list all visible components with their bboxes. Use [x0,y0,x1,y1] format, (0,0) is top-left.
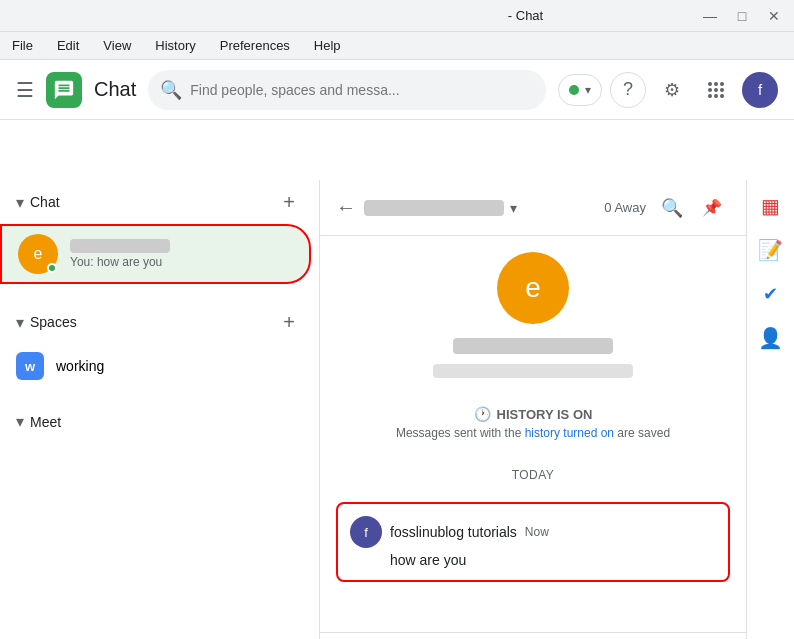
chat-section-header[interactable]: ▾ Chat + [0,180,319,224]
message-avatar: f [350,516,382,548]
message-header: f fosslinublog tutorials Now [350,516,716,548]
status-button[interactable]: ▾ [558,74,602,106]
space-list-item[interactable]: w working [0,344,319,388]
search-icon: 🔍 [160,79,182,101]
chat-header-info: ▾ [364,200,596,216]
apps-grid-icon [708,82,724,98]
meet-chevron-icon: ▾ [16,412,24,431]
status-arrow: ▾ [585,83,591,97]
user-avatar[interactable]: f [742,72,778,108]
blurred-contact-name [70,239,170,253]
spaces-section-title: ▾ Spaces [16,313,77,332]
app-logo [46,72,82,108]
menu-history[interactable]: History [151,36,199,55]
message-text: how are you [390,552,716,568]
minimize-button[interactable]: — [698,4,722,28]
history-clock-icon: 🕐 [474,406,491,422]
history-link[interactable]: history turned on [525,426,614,440]
spaces-section-label: Spaces [30,314,77,330]
apps-button[interactable] [698,72,734,108]
menu-help[interactable]: Help [310,36,345,55]
right-panel: ▦ 📝 ✔ 👤 › [746,180,794,639]
chat-info: You: how are you [70,239,293,269]
chat-input-area: ⊕ 😊 ⋯ [320,632,746,639]
chat-messages: e 🕐 HISTORY IS ON Messages sent with the… [320,236,746,632]
contact-header-name [364,200,504,216]
search-input[interactable] [190,82,534,98]
chat-chevron-icon: ▾ [16,193,24,212]
pin-button[interactable]: 📌 [694,190,730,226]
chat-section-title: ▾ Chat [16,193,60,212]
sidebar: ▾ Chat + e You: how are you [0,180,320,639]
close-button[interactable]: ✕ [762,4,786,28]
meet-section-title: ▾ Meet [16,412,61,431]
chat-section-label: Chat [30,194,60,210]
contact-profile: e [433,252,633,378]
spaces-chevron-icon: ▾ [16,313,24,332]
online-indicator [47,263,57,273]
menu-preferences[interactable]: Preferences [216,36,294,55]
chat-list-item[interactable]: e You: how are you [0,224,311,284]
hamburger-icon[interactable]: ☰ [16,78,34,102]
header-right: ▾ ? ⚙ f [558,72,778,108]
message-time: Now [525,525,549,539]
today-divider: TODAY [512,468,555,482]
app-header: ☰ Chat 🔍 ▾ ? ⚙ f [0,60,794,120]
search-chat-button[interactable]: 🔍 [654,190,690,226]
titlebar-title: - Chat [353,8,698,23]
history-description: Messages sent with the history turned on… [396,426,670,440]
meet-section-header[interactable]: ▾ Meet [0,404,319,439]
app-title: Chat [94,78,136,101]
header-dropdown-icon[interactable]: ▾ [510,200,517,216]
meet-section-label: Meet [30,414,61,430]
chat-avatar: e [18,234,58,274]
back-button[interactable]: ← [336,196,356,219]
add-chat-button[interactable]: + [275,188,303,216]
help-button[interactable]: ? [610,72,646,108]
history-label: 🕐 HISTORY IS ON [474,406,593,422]
chat-header-status-count: 0 Away [604,200,646,215]
status-dot [569,85,579,95]
menu-view[interactable]: View [99,36,135,55]
contact-blurred-name [453,338,613,354]
notes-panel-icon[interactable]: 📝 [753,232,789,268]
message-container: f fosslinublog tutorials Now how are you [336,502,730,582]
titlebar: - Chat — □ ✕ [0,0,794,32]
spaces-section-header[interactable]: ▾ Spaces + [0,300,319,344]
settings-button[interactable]: ⚙ [654,72,690,108]
maximize-button[interactable]: □ [730,4,754,28]
menubar: File Edit View History Preferences Help [0,32,794,60]
chat-preview: You: how are you [70,255,293,269]
chat-name [70,239,293,255]
chat-header-icons: 🔍 📌 [654,190,730,226]
space-name: working [56,358,104,374]
search-bar[interactable]: 🔍 [148,70,546,110]
contact-blurred-email [433,364,633,378]
contacts-panel-icon[interactable]: 👤 [753,320,789,356]
history-badge: 🕐 HISTORY IS ON Messages sent with the h… [396,406,670,440]
chat-main: ← ▾ 0 Away 🔍 📌 e [320,180,746,639]
space-avatar: w [16,352,44,380]
history-on-text: HISTORY IS ON [497,407,593,422]
chat-header: ← ▾ 0 Away 🔍 📌 [320,180,746,236]
titlebar-controls: — □ ✕ [698,4,786,28]
contact-avatar-large: e [497,252,569,324]
add-space-button[interactable]: + [275,308,303,336]
menu-file[interactable]: File [8,36,37,55]
tasks-panel-icon[interactable]: ✔ [753,276,789,312]
message-sender: fosslinublog tutorials [390,524,517,540]
calendar-panel-icon[interactable]: ▦ [753,188,789,224]
menu-edit[interactable]: Edit [53,36,83,55]
